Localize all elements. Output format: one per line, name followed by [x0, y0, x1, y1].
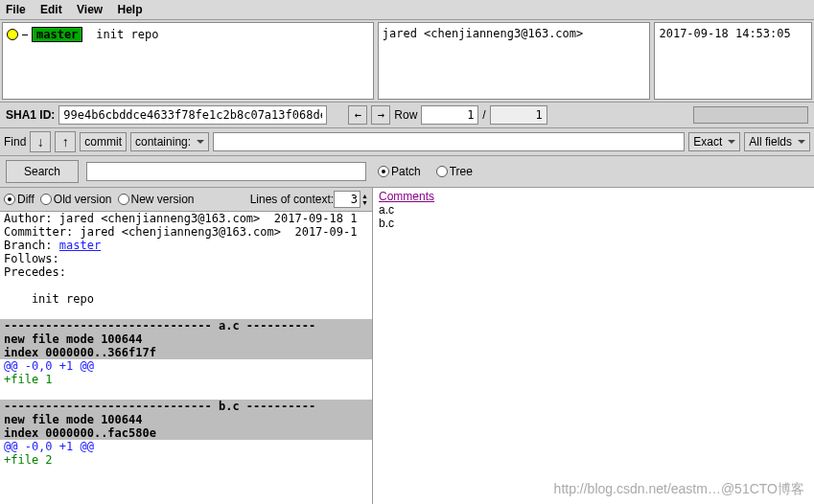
- diff-text[interactable]: Author: jared <chenjianneng3@163.com> 20…: [0, 212, 372, 504]
- diff-follows: Follows:: [0, 252, 372, 265]
- row-sep: /: [482, 108, 485, 122]
- find-label: Find: [4, 135, 26, 149]
- file-a-header: ------------------------------ a.c -----…: [0, 319, 372, 332]
- file-b-index: index 0000000..fac580e: [0, 426, 372, 440]
- new-version-radio[interactable]: New version: [118, 193, 195, 206]
- author-pane[interactable]: jared <chenjianneng3@163.com>: [378, 22, 651, 100]
- diff-committer-line: Committer: jared <chenjianneng3@163.com>…: [0, 225, 372, 239]
- commit-pane[interactable]: master init repo: [2, 22, 374, 100]
- diff-radio[interactable]: Diff: [4, 193, 35, 206]
- row-current[interactable]: [421, 105, 478, 125]
- bottom-split: Diff Old version New version Lines of co…: [0, 188, 814, 504]
- date-pane[interactable]: 2017-09-18 14:53:05: [654, 22, 812, 100]
- old-version-radio[interactable]: Old version: [40, 193, 112, 206]
- nav-back-button[interactable]: ←: [348, 105, 367, 125]
- search-input[interactable]: [86, 162, 366, 181]
- find-mode-dropdown[interactable]: commit: [80, 132, 127, 151]
- progress-bar: [693, 106, 808, 124]
- menu-view[interactable]: View: [77, 3, 103, 16]
- file-a-index: index 0000000..366f17f: [0, 346, 372, 359]
- date-text: 2017-09-18 14:53:05: [659, 27, 790, 40]
- tree-radio[interactable]: Tree: [436, 165, 473, 178]
- search-patch-row: Search Patch Tree: [0, 156, 814, 188]
- row-label: Row: [394, 108, 417, 122]
- lines-of-context-label: Lines of context:: [250, 193, 334, 206]
- menu-help[interactable]: Help: [118, 3, 143, 16]
- file-item[interactable]: b.c: [379, 217, 808, 230]
- file-b-add: +file 2: [0, 453, 372, 467]
- menubar: File Edit View Help: [0, 0, 814, 20]
- find-prev-button[interactable]: ↑: [55, 131, 76, 152]
- sha-label: SHA1 ID:: [6, 108, 55, 122]
- graph-edge: [22, 34, 28, 35]
- find-bar: Find ↓ ↑ commit containing: Exact All fi…: [0, 128, 814, 156]
- diff-panel: Diff Old version New version Lines of co…: [0, 188, 372, 504]
- find-match-dropdown[interactable]: Exact: [688, 132, 740, 151]
- file-item[interactable]: a.c: [379, 203, 808, 217]
- file-a-mode: new file mode 100644: [0, 332, 372, 346]
- file-list-panel: Comments a.c b.c: [372, 188, 814, 504]
- search-button[interactable]: Search: [6, 160, 79, 183]
- lines-of-context-spinner[interactable]: 3: [334, 191, 360, 208]
- author-text: jared <chenjianneng3@163.com>: [383, 27, 584, 40]
- diff-branch-line: Branch: master: [0, 239, 372, 252]
- diff-precedes: Precedes:: [0, 265, 372, 279]
- diff-options-bar: Diff Old version New version Lines of co…: [0, 188, 372, 212]
- find-sub-dropdown[interactable]: containing:: [130, 132, 209, 151]
- find-fields-dropdown[interactable]: All fields: [744, 132, 810, 151]
- commit-list-row: master init repo jared <chenjianneng3@16…: [0, 20, 814, 103]
- comments-link[interactable]: Comments: [379, 190, 808, 203]
- file-b-header: ------------------------------ b.c -----…: [0, 400, 372, 413]
- find-input[interactable]: [213, 132, 685, 151]
- file-a-hunk: @@ -0,0 +1 @@: [0, 359, 372, 373]
- menu-file[interactable]: File: [6, 3, 26, 16]
- commit-message: init repo: [96, 28, 158, 41]
- spin-up-icon[interactable]: ▲: [361, 193, 368, 199]
- sha-bar: SHA1 ID: ← → Row /: [0, 103, 814, 128]
- row-total: [490, 105, 547, 125]
- branch-link[interactable]: master: [59, 239, 101, 252]
- find-next-button[interactable]: ↓: [30, 131, 51, 152]
- file-b-mode: new file mode 100644: [0, 413, 372, 426]
- spin-down-icon[interactable]: ▼: [361, 199, 368, 206]
- file-a-add: +file 1: [0, 373, 372, 386]
- patch-radio[interactable]: Patch: [378, 165, 421, 178]
- commit-node-icon: [7, 29, 18, 40]
- branch-tag[interactable]: master: [32, 27, 82, 42]
- file-list[interactable]: Comments a.c b.c: [373, 188, 814, 504]
- sha-input[interactable]: [58, 105, 327, 125]
- file-b-hunk: @@ -0,0 +1 @@: [0, 440, 372, 453]
- nav-forward-button[interactable]: →: [371, 105, 390, 125]
- menu-edit[interactable]: Edit: [40, 3, 62, 16]
- diff-commit-msg: init repo: [0, 292, 372, 306]
- diff-author-line: Author: jared <chenjianneng3@163.com> 20…: [0, 212, 372, 225]
